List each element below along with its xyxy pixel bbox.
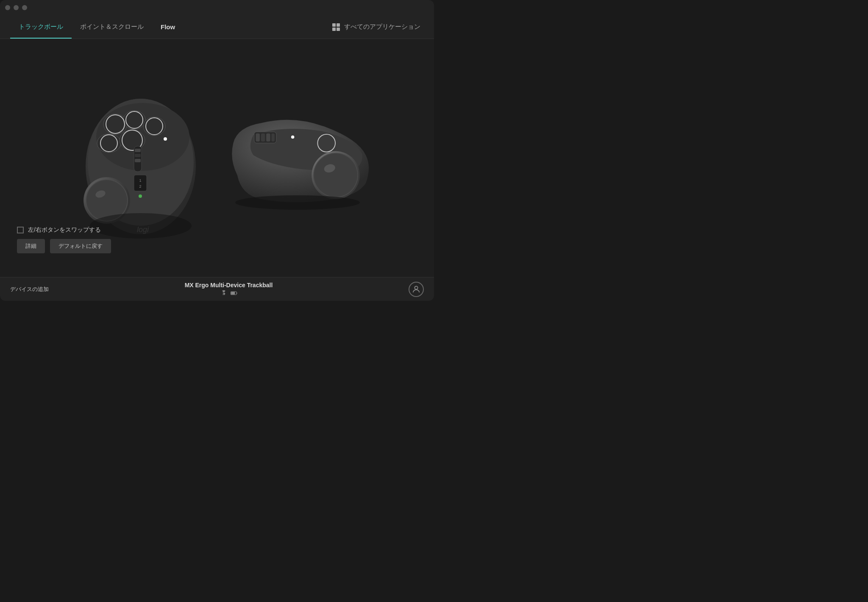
minimize-button[interactable] <box>14 5 19 10</box>
svg-point-9 <box>123 111 145 129</box>
svg-rect-19 <box>135 149 141 152</box>
mouse-side-view <box>221 103 374 230</box>
svg-rect-21 <box>135 159 141 162</box>
tab-bar: トラックボール ポイント＆スクロール Flow すべてのアプリケーション <box>0 15 434 39</box>
reset-button[interactable]: デフォルトに戻す <box>50 239 111 253</box>
tab-trackball[interactable]: トラックボール <box>10 15 72 39</box>
svg-point-37 <box>291 136 295 139</box>
profile-button[interactable] <box>409 282 424 297</box>
all-applications-tab[interactable]: すべてのアプリケーション <box>328 15 424 39</box>
maximize-button[interactable] <box>22 5 27 10</box>
traffic-lights <box>5 5 27 10</box>
title-bar <box>0 0 434 15</box>
footer: デバイスの追加 MX Ergo Multi-Device Trackball <box>0 277 434 301</box>
mouse-side-svg <box>221 103 374 215</box>
svg-text:2: 2 <box>139 184 141 189</box>
svg-rect-34 <box>261 133 265 141</box>
svg-rect-22 <box>134 175 147 191</box>
bottom-left-controls: 左/右ボタンをスワップする 詳細 デフォルトに戻す <box>17 226 111 253</box>
battery-icon <box>230 289 238 297</box>
svg-point-10 <box>120 130 145 150</box>
svg-point-43 <box>235 195 360 210</box>
details-button[interactable]: 詳細 <box>17 239 45 253</box>
svg-rect-2 <box>332 28 336 31</box>
svg-rect-45 <box>231 292 235 294</box>
svg-point-41 <box>314 153 357 197</box>
mouse-front-svg: 1 2 logi <box>60 69 204 247</box>
svg-point-17 <box>164 137 167 141</box>
close-button[interactable] <box>5 5 10 10</box>
mouse-front-view: 1 2 logi <box>60 69 204 247</box>
svg-rect-0 <box>332 23 336 27</box>
grid-icon <box>331 22 341 32</box>
svg-rect-36 <box>271 133 275 141</box>
checkbox-area: 左/右ボタンをスワップする <box>17 226 111 234</box>
footer-center: MX Ergo Multi-Device Trackball <box>49 282 409 297</box>
buttons-row: 詳細 デフォルトに戻す <box>17 239 111 253</box>
tab-point-scroll[interactable]: ポイント＆スクロール <box>72 15 152 39</box>
svg-rect-20 <box>135 154 141 157</box>
svg-rect-33 <box>256 133 259 141</box>
svg-rect-3 <box>337 28 340 31</box>
swap-buttons-label: 左/右ボタンをスワップする <box>28 226 101 234</box>
bluetooth-icon <box>220 289 228 297</box>
tab-flow[interactable]: Flow <box>152 15 184 39</box>
svg-point-47 <box>415 286 417 289</box>
svg-point-11 <box>143 117 165 136</box>
svg-rect-46 <box>236 292 237 294</box>
add-device-button[interactable]: デバイスの追加 <box>10 286 49 293</box>
svg-rect-35 <box>266 133 270 141</box>
svg-point-25 <box>139 194 142 198</box>
svg-point-7 <box>103 114 127 134</box>
svg-rect-1 <box>337 23 340 27</box>
user-icon <box>412 285 421 294</box>
main-content: 1 2 logi <box>0 39 434 277</box>
svg-text:1: 1 <box>139 178 141 183</box>
swap-buttons-checkbox[interactable] <box>17 227 24 233</box>
footer-device-icons <box>220 289 238 297</box>
device-name: MX Ergo Multi-Device Trackball <box>185 282 273 289</box>
